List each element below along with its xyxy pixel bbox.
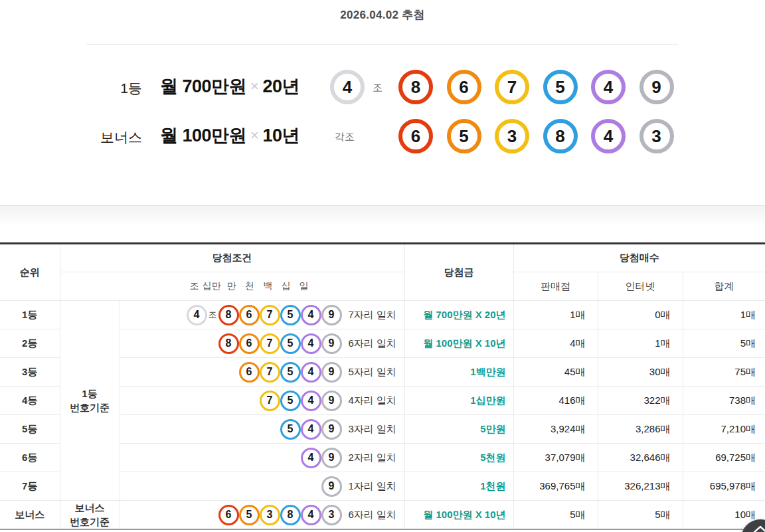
match-condition-label: 5자리 일치 [349, 366, 396, 379]
store-count-cell: 369,765매 [513, 472, 598, 501]
chevron-up-icon [752, 525, 765, 532]
number-ball: 4 [301, 419, 321, 440]
group-label: 조 [373, 82, 382, 94]
digit-position-label: 만 [227, 280, 236, 292]
number-ball: 3 [260, 505, 280, 525]
each-group-label: 각조 [335, 131, 355, 143]
match-condition-label: 1자리 일치 [349, 480, 396, 493]
store-count-cell: 4매 [513, 329, 598, 358]
total-count-cell: 738매 [683, 387, 765, 415]
rank-cell: 2등 [0, 329, 60, 358]
store-count-cell: 5매 [513, 501, 598, 530]
number-ball: 6 [447, 70, 481, 104]
number-ball: 8 [543, 119, 578, 153]
internet-count-cell: 5매 [598, 501, 683, 530]
store-count-cell: 3,924매 [513, 415, 598, 444]
number-ball: 4 [301, 448, 321, 468]
bonus-prize-amount: 월 100만원×10년 [160, 124, 299, 147]
total-count-cell: 75매 [683, 358, 765, 387]
internet-count-cell: 322매 [598, 387, 683, 415]
digit-position-label: 조 [190, 280, 199, 292]
first-prize-amount: 월 700만원×20년 [160, 74, 299, 98]
first-prize-label: 1등 [86, 79, 142, 98]
number-ball: 3 [321, 505, 342, 525]
number-ball: 5 [280, 305, 301, 325]
draw-date: 2026.04.02 추첨 [0, 7, 765, 23]
section-divider-band [0, 205, 765, 224]
col-header-count-group: 당첨매수 [513, 244, 765, 272]
group-basis-cell: 보너스번호기준 [60, 501, 120, 530]
prize-table: 순위 당첨조건 당첨금 당첨매수 조십만만천백십일 판매점 인터넷 합계 1등1… [0, 242, 765, 530]
internet-count-cell: 30매 [598, 358, 683, 387]
condition-cell: 492자리 일치 [120, 444, 404, 472]
number-ball: 4 [591, 70, 626, 104]
number-ball: 9 [321, 391, 342, 411]
number-ball: 7 [260, 362, 280, 383]
prize-cell: 월 100만원 X 10년 [404, 501, 513, 530]
prize-cell: 1백만원 [404, 358, 513, 387]
internet-count-cell: 326,213매 [598, 472, 683, 501]
number-ball: 6 [239, 333, 260, 354]
number-ball: 5 [280, 333, 301, 354]
times-symbol: × [250, 127, 258, 143]
prize-cell: 월 100만원 X 10년 [404, 329, 513, 358]
number-ball: 9 [321, 305, 342, 325]
prize-cell: 5만원 [404, 415, 513, 444]
number-ball: 7 [260, 305, 280, 325]
digit-position-label: 일 [299, 280, 309, 292]
first-number-balls: 867549 [398, 70, 674, 104]
years-text: 10년 [262, 126, 299, 145]
rank-cell: 6등 [0, 444, 60, 472]
number-ball: 3 [495, 119, 529, 153]
bonus-number-balls: 653843 [398, 119, 674, 153]
digit-position-label: 십 [282, 280, 291, 292]
group-basis-line: 보너스 [60, 501, 120, 515]
store-count-cell: 45매 [513, 358, 598, 387]
col-header-rank: 순위 [0, 244, 60, 301]
rank-cell: 1등 [0, 301, 60, 329]
condition-cell: 8675496자리 일치 [120, 329, 404, 358]
number-ball: 4 [301, 505, 321, 525]
number-ball: 4 [591, 119, 626, 153]
number-ball: 5 [280, 419, 301, 440]
table-row: 1등1등번호기준4조8675497자리 일치월 700만원 X 20년1매0매1… [0, 301, 765, 329]
digit-position-labels: 조십만만천백십일 [60, 272, 404, 301]
group-number-ball: 4 [330, 70, 365, 104]
internet-count-cell: 1매 [598, 329, 683, 358]
number-ball: 4 [301, 391, 321, 411]
number-ball: 9 [321, 476, 342, 497]
group-basis-line: 번호기준 [60, 515, 120, 529]
table-row: 보너스보너스번호기준6538436자리 일치월 100만원 X 10년5매5매1… [0, 501, 765, 530]
condition-cell: 91자리 일치 [120, 472, 404, 501]
store-count-cell: 416매 [513, 387, 598, 415]
total-count-cell: 69,725매 [683, 444, 765, 472]
number-ball: 6 [218, 505, 239, 525]
number-ball: 6 [398, 119, 433, 153]
col-header-condition: 당첨조건 [60, 244, 404, 272]
rank-cell: 보너스 [0, 501, 60, 530]
number-ball: 5 [280, 362, 301, 383]
condition-cell: 75494자리 일치 [120, 387, 404, 415]
number-ball: 9 [321, 448, 342, 468]
match-condition-label: 7자리 일치 [349, 309, 396, 321]
divider-line [86, 44, 678, 44]
bonus-prize-label: 보너스 [86, 128, 142, 147]
number-ball: 4 [301, 362, 321, 383]
digit-position-label: 십만 [203, 280, 221, 292]
prize-cell: 1천원 [404, 472, 513, 501]
number-ball: 9 [321, 333, 342, 354]
store-count-cell: 1매 [513, 301, 598, 329]
prize-cell: 5천원 [404, 444, 513, 472]
condition-cell: 675495자리 일치 [120, 358, 404, 387]
amount-text: 월 700만원 [160, 76, 246, 96]
digit-position-label: 백 [264, 280, 273, 292]
total-count-cell: 695,978매 [683, 472, 765, 501]
number-ball: 8 [280, 505, 301, 525]
number-ball: 8 [218, 305, 239, 325]
number-ball: 8 [398, 70, 433, 104]
internet-count-cell: 0매 [598, 301, 683, 329]
condition-cell: 6538436자리 일치 [120, 501, 404, 530]
group-basis-line: 1등 [60, 387, 120, 400]
number-ball: 5 [280, 391, 301, 411]
total-count-cell: 7,210매 [683, 415, 765, 444]
